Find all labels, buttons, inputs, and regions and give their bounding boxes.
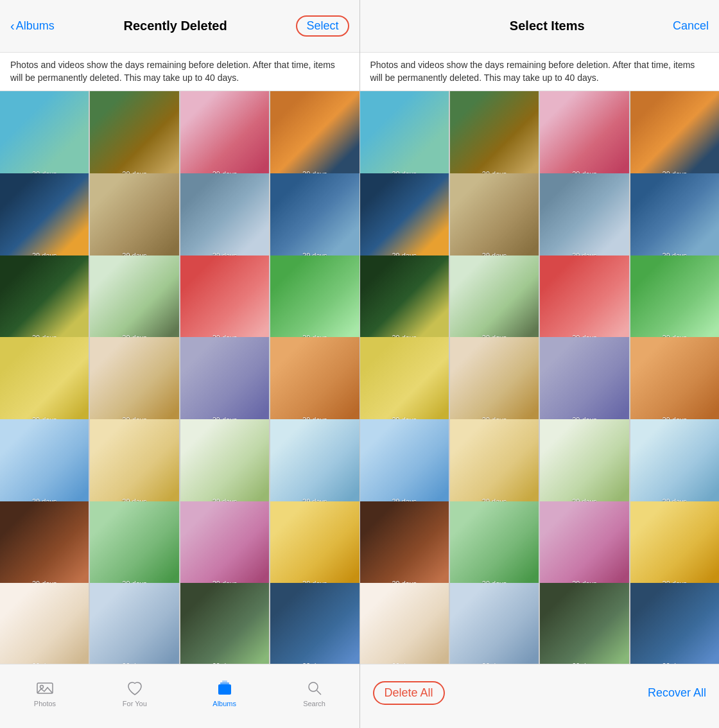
photo-cell[interactable]: 29 days	[180, 419, 269, 508]
photo-cell[interactable]: 29 days	[180, 583, 269, 664]
photo-cell[interactable]: 29 days	[450, 173, 539, 262]
photo-cell[interactable]: 29 days	[270, 256, 359, 344]
photo-cell[interactable]: 29 days	[540, 256, 628, 344]
photo-cell[interactable]: 29 days	[360, 256, 449, 344]
tab-search[interactable]: Search	[270, 679, 360, 707]
svg-rect-2	[218, 684, 231, 695]
left-info-text: Photos and videos show the days remainin…	[0, 53, 360, 91]
photo-cell[interactable]: 29 days	[360, 501, 449, 590]
photo-days-label: 29 days	[360, 662, 449, 664]
cancel-button[interactable]: Cancel	[673, 19, 709, 33]
photo-cell[interactable]: 29 days	[450, 91, 539, 180]
photo-days-label: 29 days	[180, 662, 269, 664]
photo-cell[interactable]: 29 days	[0, 583, 89, 664]
photo-cell[interactable]: 29 days	[270, 419, 359, 508]
photo-cell[interactable]: 29 days	[630, 173, 719, 262]
photo-cell[interactable]: 29 days	[630, 419, 719, 508]
photo-days-label: 29 days	[630, 662, 719, 664]
photo-cell[interactable]: 29 days	[540, 583, 628, 664]
photo-cell[interactable]: 29 days	[0, 419, 89, 508]
split-container: ‹ Albums Recently Deleted Select Photos …	[0, 0, 719, 728]
tab-photos[interactable]: Photos	[0, 679, 90, 707]
photo-cell[interactable]: 29 days	[270, 91, 359, 180]
photo-cell[interactable]: 29 days	[90, 501, 178, 590]
action-bar: Delete All Recover All	[360, 664, 720, 728]
photo-cell[interactable]: 29 days	[90, 173, 178, 262]
chevron-left-icon: ‹	[10, 19, 15, 33]
photo-days-label: 29 days	[90, 662, 178, 664]
photo-cell[interactable]: 29 days	[540, 173, 628, 262]
photo-days-label: 29 days	[540, 662, 628, 664]
right-header: Select Items Cancel	[360, 0, 720, 53]
photo-cell[interactable]: 29 days	[180, 91, 269, 180]
left-photo-grid: 30 days29 days29 days29 days29 days29 da…	[0, 91, 360, 664]
left-header: ‹ Albums Recently Deleted Select	[0, 0, 360, 53]
photo-cell[interactable]: 29 days	[180, 256, 269, 344]
photo-cell[interactable]: 29 days	[270, 583, 359, 664]
photo-cell[interactable]: 30 days	[360, 91, 449, 180]
photo-cell[interactable]: 29 days	[0, 337, 89, 426]
photo-cell[interactable]: 29 days	[90, 419, 178, 508]
photo-cell[interactable]: 29 days	[180, 173, 269, 262]
left-panel-title: Recently Deleted	[124, 19, 227, 33]
photo-cell[interactable]: 29 days	[540, 91, 628, 180]
photo-cell[interactable]: 29 days	[540, 337, 628, 426]
photo-cell[interactable]: 29 days	[360, 173, 449, 262]
photo-cell[interactable]: 29 days	[180, 501, 269, 590]
photo-cell[interactable]: 29 days	[450, 256, 539, 344]
svg-line-6	[316, 690, 321, 695]
photo-days-label: 29 days	[450, 662, 539, 664]
right-info-text: Photos and videos show the days remainin…	[360, 53, 720, 91]
left-panel: ‹ Albums Recently Deleted Select Photos …	[0, 0, 360, 728]
foryou-icon	[126, 679, 144, 697]
svg-rect-4	[222, 680, 227, 682]
photo-cell[interactable]: 29 days	[450, 337, 539, 426]
photo-cell[interactable]: 29 days	[90, 337, 178, 426]
select-button[interactable]: Select	[296, 15, 349, 37]
photo-cell[interactable]: 29 days	[450, 419, 539, 508]
back-label: Albums	[16, 19, 55, 33]
tab-albums[interactable]: Albums	[180, 679, 270, 707]
right-panel: Select Items Cancel Photos and videos sh…	[360, 0, 720, 728]
photo-cell[interactable]: 29 days	[630, 501, 719, 590]
photo-cell[interactable]: 29 days	[0, 501, 89, 590]
photo-cell[interactable]: 29 days	[450, 583, 539, 664]
photo-cell[interactable]: 29 days	[360, 419, 449, 508]
right-photo-grid: 30 days29 days29 days29 days29 days29 da…	[360, 91, 720, 664]
photo-cell[interactable]: 30 days	[0, 91, 89, 180]
photo-cell[interactable]: 29 days	[270, 337, 359, 426]
photo-cell[interactable]: 29 days	[90, 256, 178, 344]
tab-albums-label: Albums	[212, 700, 236, 707]
photo-cell[interactable]: 29 days	[270, 173, 359, 262]
svg-point-5	[309, 682, 318, 691]
photos-icon	[36, 679, 54, 697]
photo-cell[interactable]: 29 days	[0, 256, 89, 344]
photo-cell[interactable]: 29 days	[630, 91, 719, 180]
svg-point-1	[40, 685, 43, 688]
photo-cell[interactable]: 29 days	[540, 501, 628, 590]
tab-foryou[interactable]: For You	[90, 679, 180, 707]
photo-cell[interactable]: 29 days	[540, 419, 628, 508]
photo-cell[interactable]: 29 days	[360, 583, 449, 664]
svg-rect-0	[37, 683, 53, 693]
search-icon	[306, 679, 324, 697]
photo-cell[interactable]: 29 days	[180, 337, 269, 426]
recover-all-button[interactable]: Recover All	[648, 686, 706, 700]
photo-cell[interactable]: 29 days	[360, 337, 449, 426]
tab-foryou-label: For You	[123, 700, 147, 707]
svg-rect-3	[220, 682, 229, 684]
back-button[interactable]: ‹ Albums	[10, 19, 55, 33]
photo-cell[interactable]: 29 days	[630, 256, 719, 344]
photo-cell[interactable]: 29 days	[90, 583, 178, 664]
photo-cell[interactable]: 29 days	[270, 501, 359, 590]
right-panel-title: Select Items	[510, 19, 585, 33]
photo-cell[interactable]: 29 days	[630, 583, 719, 664]
photo-cell[interactable]: 29 days	[90, 91, 178, 180]
photo-cell[interactable]: 29 days	[450, 501, 539, 590]
photo-days-label: 29 days	[270, 662, 359, 664]
photo-cell[interactable]: 29 days	[630, 337, 719, 426]
albums-icon	[216, 679, 234, 697]
delete-all-button[interactable]: Delete All	[373, 681, 445, 705]
tab-bar: Photos For You Albums	[0, 664, 360, 728]
photo-cell[interactable]: 29 days	[0, 173, 89, 262]
